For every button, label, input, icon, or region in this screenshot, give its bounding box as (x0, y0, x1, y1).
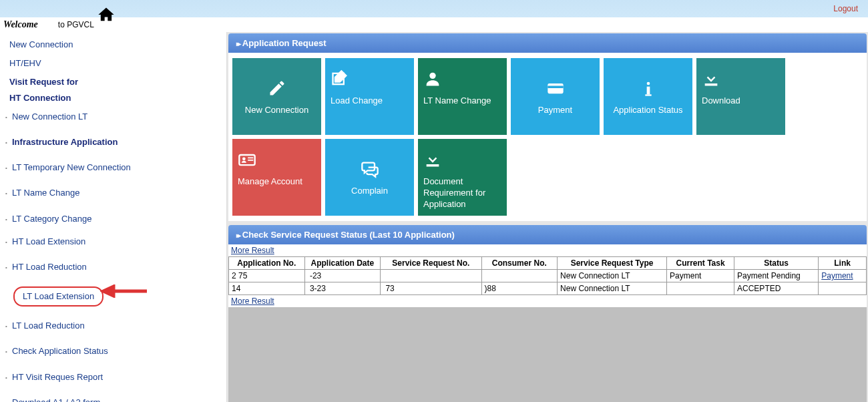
svg-point-4 (646, 82, 650, 85)
cell-srv_type: New Connection LT (558, 270, 667, 282)
cell-cons_no (481, 270, 558, 282)
sidebar-item-10[interactable]: HT Load Reduction (0, 258, 226, 276)
cell-link (819, 282, 867, 295)
sidebar-item-5[interactable]: Infrastructure Application (0, 133, 226, 152)
svg-rect-7 (705, 83, 718, 86)
col-header: Consumer No. (481, 257, 558, 270)
cell-status: ACCEPTED (734, 282, 819, 295)
status-table: Application No.Application DateService R… (228, 256, 867, 295)
cell-app_date: ‍ 3-23 (304, 282, 381, 295)
tile-complain[interactable]: Complain (325, 139, 414, 216)
col-header: Service Request Type (558, 257, 667, 270)
download-icon (702, 67, 720, 90)
more-result-bottom[interactable]: More Result (228, 295, 867, 307)
svg-rect-3 (548, 86, 563, 89)
svg-rect-2 (548, 83, 563, 93)
col-header: Application No. (229, 257, 305, 270)
tile-payment[interactable]: Payment (511, 58, 600, 135)
tile-load-change[interactable]: Load Change (325, 58, 414, 135)
tile-document-requirement-for-application[interactable]: Document Requirement for Application (418, 139, 507, 216)
sidebar: New ConnectionHT/EHVVisit Request forHT … (0, 32, 227, 402)
svg-rect-6 (645, 94, 651, 95)
welcome-row: Welcome to PGVCL (0, 17, 868, 32)
sidebar-item-3[interactable]: HT Connection (0, 92, 226, 108)
tile-manage-account[interactable]: Manage Account (232, 139, 321, 216)
cell-link[interactable]: Payment (819, 270, 867, 282)
sidebar-item-6[interactable]: LT Temporary New Connection (0, 158, 226, 177)
col-header: Current Task (667, 257, 734, 270)
cell-task (667, 282, 734, 295)
svg-rect-5 (646, 87, 650, 95)
cell-app_date: ‍ -23 (304, 270, 381, 282)
panel-status-check: Check Service Request Status (Last 10 Ap… (228, 225, 867, 244)
edit-box-icon (331, 67, 349, 90)
svg-point-1 (429, 73, 435, 79)
card-icon (546, 77, 565, 99)
empty-area (228, 307, 867, 402)
sidebar-item-13[interactable]: Check Application Status (0, 342, 226, 361)
download-icon (423, 148, 442, 171)
sidebar-item-1[interactable]: HT/EHV (0, 54, 226, 73)
cell-srv_no (381, 270, 481, 282)
tile-new-connection[interactable]: New Connection (232, 58, 321, 135)
more-result-top[interactable]: More Result (228, 244, 867, 256)
highlight-arrow-icon (100, 284, 147, 301)
chat-icon (361, 158, 379, 180)
cell-app_no: 14 (229, 282, 305, 295)
person-icon (423, 67, 442, 90)
sidebar-item-0[interactable]: New Connection (0, 35, 226, 54)
cell-cons_no: ‍)88 (481, 282, 558, 295)
col-header: Service Request No. (381, 257, 481, 270)
sidebar-item-7[interactable]: LT Name Change (0, 184, 226, 202)
info-icon (639, 77, 658, 99)
tile-application-status[interactable]: Application Status (604, 58, 692, 135)
sidebar-item-11[interactable]: LT Load Extension (0, 283, 226, 310)
table-row: 2 ‍75‍ -23New Connection LTPaymentPaymen… (229, 270, 867, 282)
sidebar-item-14[interactable]: HT Visit Reques Report (0, 368, 226, 387)
svg-rect-12 (427, 164, 439, 167)
home-icon[interactable] (97, 5, 116, 26)
tile-download[interactable]: Download (696, 58, 785, 135)
svg-rect-11 (248, 160, 253, 161)
sidebar-item-8[interactable]: LT Category Change (0, 210, 226, 228)
cell-task: Payment (667, 270, 734, 282)
sidebar-item-2[interactable]: Visit Request for (0, 73, 226, 91)
sidebar-item-12[interactable]: LT Load Reduction (0, 317, 226, 335)
status-table-wrap: More Result Application No.Application D… (228, 244, 867, 307)
cell-status: Payment Pending (734, 270, 819, 282)
main-content: Application Request New ConnectionLoad C… (227, 32, 868, 402)
cell-srv_type: New Connection LT (558, 282, 667, 295)
sidebar-item-4[interactable]: New Connection LT (0, 108, 226, 126)
id-card-icon (238, 148, 256, 171)
svg-rect-10 (248, 158, 253, 159)
panel-app-request: Application Request (228, 33, 867, 53)
cell-app_no: 2 ‍75 (229, 270, 305, 282)
tiles-grid: New ConnectionLoad ChangeLT Name ChangeP… (228, 53, 867, 221)
col-header: Application Date (304, 257, 381, 270)
logout-link[interactable]: Logout (833, 4, 858, 13)
tile-lt-name-change[interactable]: LT Name Change (418, 58, 507, 135)
top-bar: Logout (0, 0, 868, 17)
welcome-suffix: to PGVCL (58, 20, 94, 29)
cell-srv_no: ‍ 73 (381, 282, 481, 295)
welcome-prefix: Welcome (3, 19, 38, 30)
sidebar-item-15[interactable]: Download A1 / A2 form (0, 393, 226, 402)
col-header: Link (819, 257, 867, 270)
col-header: Status (734, 257, 819, 270)
table-row: 14‍ 3-23‍ 73 ‍)88New Connection LTACCEPT… (229, 282, 867, 295)
svg-point-9 (242, 158, 246, 161)
sidebar-item-9[interactable]: HT Load Extension (0, 232, 226, 251)
pencil-icon (268, 77, 286, 99)
